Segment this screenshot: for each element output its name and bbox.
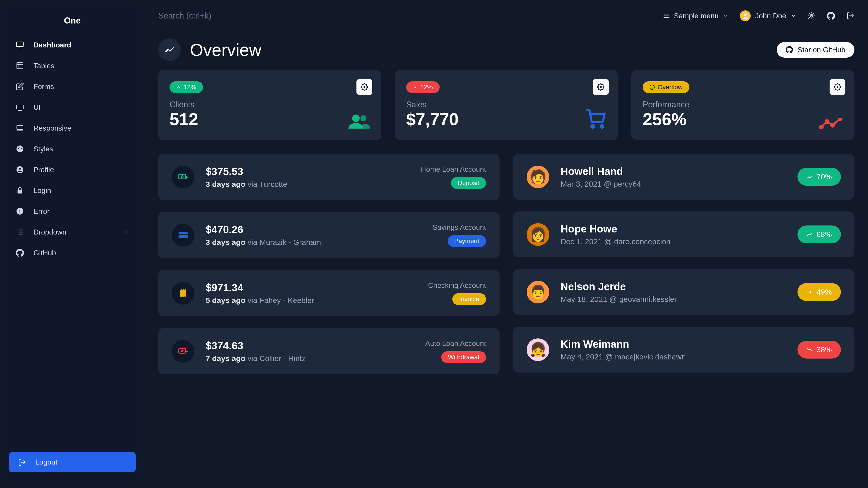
stat-value: 512 bbox=[169, 109, 370, 129]
logout-button[interactable]: Logout bbox=[9, 452, 135, 472]
palette-icon bbox=[16, 144, 24, 153]
svg-point-45 bbox=[826, 120, 829, 123]
person-meta: May 4, 2021 @ macejkovic.dashawn bbox=[561, 352, 786, 361]
sidebar-item-github[interactable]: GitHub bbox=[4, 242, 140, 263]
avatar-icon: 🧑 bbox=[527, 166, 549, 188]
sidebar-item-error[interactable]: Error bbox=[4, 201, 140, 222]
theme-toggle-button[interactable] bbox=[807, 12, 815, 20]
sidebar-item-dropdown[interactable]: Dropdown bbox=[4, 222, 140, 242]
sidebar: One Dashboard Tables Forms UI Responsive bbox=[4, 4, 140, 484]
lists-row: $375.53 3 days ago via Turcotte Home Loa… bbox=[158, 154, 855, 484]
account-label: Checking Account bbox=[428, 281, 486, 290]
trend-up-icon bbox=[807, 174, 813, 180]
svg-rect-55 bbox=[179, 349, 186, 353]
stat-value: 256% bbox=[643, 109, 843, 129]
brand: One bbox=[4, 11, 140, 35]
title-row: Overview Star on GitHub bbox=[158, 38, 855, 61]
transaction-row[interactable]: $971.34 5 days ago via Fahey - Keebler C… bbox=[158, 270, 500, 316]
sidebar-item-label: Profile bbox=[33, 166, 54, 174]
person-row[interactable]: 👨 Nelson Jerde May 18, 2021 @ geovanni.k… bbox=[513, 269, 855, 315]
svg-point-10 bbox=[17, 145, 23, 152]
transaction-tag: Payment bbox=[447, 235, 486, 247]
transaction-amount: $971.34 bbox=[206, 282, 417, 294]
user-circle-icon bbox=[16, 165, 24, 174]
svg-rect-54 bbox=[180, 289, 186, 297]
trend-badge: Overflow bbox=[643, 81, 689, 93]
trend-up-icon bbox=[807, 231, 813, 238]
person-meta: Dec 1, 2021 @ dare.concepcion bbox=[561, 237, 786, 246]
transaction-row[interactable]: $375.53 3 days ago via Turcotte Home Loa… bbox=[158, 154, 500, 200]
person-meta: May 18, 2021 @ geovanni.kessler bbox=[561, 295, 786, 304]
avatar-icon: 👩 bbox=[527, 223, 549, 246]
sidebar-item-label: Forms bbox=[33, 83, 54, 91]
person-row[interactable]: 🧑 Howell Hand Mar 3, 2021 @ percy64 70% bbox=[513, 154, 855, 200]
svg-rect-8 bbox=[17, 125, 23, 129]
chevron-down-icon bbox=[413, 85, 417, 90]
svg-point-11 bbox=[18, 148, 19, 149]
alert-icon bbox=[16, 207, 24, 216]
person-row[interactable]: 👧 Kim Weimann May 4, 2021 @ macejkovic.d… bbox=[513, 327, 855, 372]
svg-point-12 bbox=[20, 147, 21, 148]
star-github-button[interactable]: Star on GitHub bbox=[777, 42, 855, 58]
sidebar-item-ui[interactable]: UI bbox=[4, 97, 140, 118]
cash-minus-icon bbox=[172, 340, 194, 363]
transactions-list: $375.53 3 days ago via Turcotte Home Loa… bbox=[158, 154, 500, 484]
sidebar-item-styles[interactable]: Styles bbox=[4, 138, 140, 159]
stats-row: 12% Clients 512 12% Sales $7,770 Overflo… bbox=[158, 70, 855, 140]
sample-menu-button[interactable]: Sample menu bbox=[663, 12, 728, 20]
trend-flat-icon bbox=[807, 289, 813, 295]
sidebar-item-forms[interactable]: Forms bbox=[4, 76, 140, 97]
sidebar-item-dashboard[interactable]: Dashboard bbox=[4, 35, 140, 55]
stat-performance: Overflow Performance 256% bbox=[631, 70, 855, 140]
sidebar-nav: Dashboard Tables Forms UI Responsive Sty… bbox=[4, 35, 140, 448]
sidebar-item-label: Dashboard bbox=[33, 41, 71, 49]
transaction-meta: 5 days ago via Fahey - Keebler bbox=[206, 296, 417, 305]
exit-button[interactable] bbox=[846, 12, 855, 20]
avatar-icon: 👧 bbox=[527, 338, 549, 361]
search-input[interactable]: Search (ctrl+k) bbox=[158, 11, 651, 21]
overview-icon bbox=[158, 38, 181, 61]
svg-rect-16 bbox=[18, 190, 22, 194]
menu-icon bbox=[663, 12, 670, 19]
sidebar-item-label: GitHub bbox=[33, 249, 56, 257]
settings-button[interactable] bbox=[830, 79, 845, 95]
main: Search (ctrl+k) Sample menu John Doe Ove… bbox=[145, 0, 868, 488]
svg-point-56 bbox=[181, 350, 183, 352]
avatar-icon bbox=[740, 10, 751, 21]
svg-point-33 bbox=[744, 13, 747, 16]
stat-label: Sales bbox=[406, 100, 607, 109]
transaction-row[interactable]: $374.63 7 days ago via Collier - Hintz A… bbox=[158, 328, 500, 375]
github-link-button[interactable] bbox=[827, 12, 835, 20]
svg-point-47 bbox=[839, 118, 842, 120]
monitor-icon bbox=[16, 40, 24, 50]
account-label: Home Loan Account bbox=[421, 165, 486, 173]
list-icon bbox=[16, 228, 24, 236]
sidebar-item-tables[interactable]: Tables bbox=[4, 55, 140, 76]
settings-button[interactable] bbox=[356, 79, 372, 95]
transaction-row[interactable]: $470.26 3 days ago via Murazik - Graham … bbox=[158, 212, 500, 258]
github-icon bbox=[16, 248, 24, 257]
user-menu-button[interactable]: John Doe bbox=[740, 10, 796, 21]
sidebar-item-responsive[interactable]: Responsive bbox=[4, 118, 140, 138]
sidebar-item-label: Error bbox=[33, 207, 50, 216]
chevron-down-icon bbox=[791, 13, 796, 19]
svg-point-40 bbox=[601, 125, 603, 128]
laptop-icon bbox=[16, 124, 24, 133]
person-row[interactable]: 👩 Hope Howe Dec 1, 2021 @ dare.concepcio… bbox=[513, 212, 855, 257]
gear-icon bbox=[834, 84, 841, 91]
person-name: Hope Howe bbox=[561, 223, 786, 235]
percent-badge: 70% bbox=[798, 168, 841, 186]
settings-button[interactable] bbox=[593, 79, 609, 95]
stat-label: Performance bbox=[643, 100, 843, 109]
transaction-amount: $375.53 bbox=[206, 165, 410, 177]
avatar-icon: 👨 bbox=[527, 281, 549, 303]
trend-badge: 12% bbox=[406, 81, 440, 93]
chevron-up-icon bbox=[176, 85, 181, 90]
user-name: John Doe bbox=[755, 12, 786, 20]
sidebar-item-login[interactable]: Login bbox=[4, 180, 140, 201]
sidebar-item-label: Responsive bbox=[33, 124, 71, 132]
sample-menu-label: Sample menu bbox=[674, 12, 719, 20]
sidebar-item-profile[interactable]: Profile bbox=[4, 159, 140, 180]
svg-rect-3 bbox=[17, 63, 23, 69]
lock-icon bbox=[16, 186, 24, 195]
